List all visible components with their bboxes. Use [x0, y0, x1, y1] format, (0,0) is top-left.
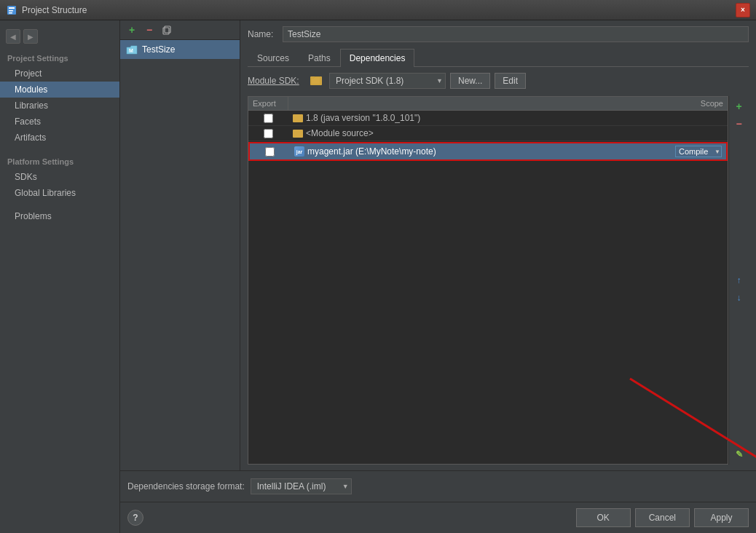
deps-row-myagent[interactable]: jar myagent.jar (E:\MyNote\my-note) Comp… — [250, 143, 726, 159]
sidebar-item-modules[interactable]: Modules — [0, 82, 119, 98]
help-button[interactable]: ? — [127, 510, 143, 526]
deps-row-myagent-highlight: jar myagent.jar (E:\MyNote\my-note) Comp… — [248, 142, 728, 161]
sdk-folder-icon — [310, 76, 322, 85]
deps-checkbox-jdk[interactable] — [264, 114, 273, 123]
deps-scope-myagent: Compile Test Provided Runtime — [661, 146, 726, 157]
main-container: ◀ ▶ Project Settings Project Modules Lib… — [0, 20, 756, 533]
name-label: Name: — [248, 29, 277, 39]
close-button[interactable]: × — [736, 3, 750, 17]
name-row: Name: — [248, 26, 749, 42]
module-folder-icon: M — [126, 44, 138, 55]
sdk-label: Module SDK: — [248, 76, 306, 86]
sidebar-item-sdks[interactable]: SDKs — [0, 169, 119, 185]
nav-back-button[interactable]: ◀ — [6, 29, 20, 44]
bottom-section: Dependencies storage format: IntelliJ ID… — [120, 470, 756, 502]
add-module-button[interactable]: + — [125, 23, 139, 36]
module-list-panel: + − M T — [120, 20, 240, 470]
deps-table-body: 1.8 (java version "1.8.0_101") — [248, 110, 728, 465]
svg-rect-1 — [9, 7, 15, 9]
ok-button[interactable]: OK — [576, 508, 631, 527]
svg-rect-5 — [165, 26, 170, 33]
edit-dep-button[interactable]: ✎ — [732, 447, 747, 462]
copy-module-button[interactable] — [160, 23, 174, 36]
sdk-select[interactable]: Project SDK (1.8) — [329, 73, 446, 89]
deps-area: Export Scope — [248, 96, 749, 465]
module-source-folder-icon — [293, 130, 303, 138]
jar-icon: jar — [294, 146, 304, 157]
move-dep-down-button[interactable]: ↓ — [732, 291, 747, 305]
sdk-select-wrap: Project SDK (1.8) — [329, 73, 446, 89]
tab-paths[interactable]: Paths — [299, 49, 340, 67]
deps-checkbox-module-source[interactable] — [264, 129, 273, 138]
sidebar-item-global-libraries[interactable]: Global Libraries — [0, 185, 119, 201]
move-dep-up-button[interactable]: ↑ — [732, 273, 747, 288]
format-select-wrap: IntelliJ IDEA (.iml) Eclipse (.classpath… — [251, 478, 352, 494]
deps-row-jdk[interactable]: 1.8 (java version "1.8.0_101") — [248, 111, 728, 126]
platform-settings-label: Platform Settings — [0, 153, 119, 169]
myagent-name: myagent.jar (E:\MyNote\my-note) — [307, 146, 436, 157]
app-icon — [6, 4, 17, 16]
deps-name-header — [288, 97, 662, 110]
deps-check-jdk[interactable] — [248, 114, 288, 123]
sdk-new-button[interactable]: New... — [450, 73, 490, 89]
footer: ? OK Cancel Apply — [120, 502, 756, 533]
tab-sources[interactable]: Sources — [248, 49, 299, 67]
window-title: Project Structure — [22, 5, 736, 15]
name-input[interactable] — [283, 26, 749, 42]
deps-name-myagent: jar myagent.jar (E:\MyNote\my-note) — [290, 146, 661, 157]
deps-table-header: Export Scope — [248, 96, 728, 110]
project-settings-label: Project Settings — [0, 50, 119, 66]
deps-check-module-source[interactable] — [248, 129, 288, 138]
svg-rect-2 — [9, 10, 13, 12]
deps-scope-header: Scope — [662, 97, 728, 110]
scope-select[interactable]: Compile Test Provided Runtime — [675, 146, 722, 157]
module-list-toolbar: + − — [120, 20, 240, 40]
tab-dependencies[interactable]: Dependencies — [340, 49, 415, 67]
deps-table-container: Export Scope — [248, 96, 728, 465]
svg-text:M: M — [129, 48, 133, 53]
sidebar-item-libraries[interactable]: Libraries — [0, 98, 119, 114]
svg-rect-4 — [163, 28, 169, 34]
deps-export-header: Export — [248, 97, 288, 110]
deps-name-module-source: <Module source> — [288, 128, 662, 138]
apply-button[interactable]: Apply — [694, 508, 749, 527]
sdk-row: Module SDK: Project SDK (1.8) New... — [248, 73, 749, 89]
sidebar-item-problems[interactable]: Problems — [0, 208, 119, 224]
svg-rect-3 — [9, 12, 12, 14]
jdk-name: 1.8 (java version "1.8.0_101") — [306, 113, 420, 123]
module-details-wrap: Name: Sources Paths Dependencies Module … — [240, 20, 756, 470]
module-list-item[interactable]: M TestSize — [120, 40, 240, 59]
nav-forward-button[interactable]: ▶ — [23, 29, 38, 44]
sdk-edit-button[interactable]: Edit — [495, 73, 526, 89]
add-dep-button[interactable]: + — [732, 99, 747, 114]
remove-dep-button[interactable]: − — [732, 117, 747, 131]
module-source-name: <Module source> — [306, 128, 374, 138]
cancel-button[interactable]: Cancel — [635, 508, 690, 527]
jdk-folder-icon — [293, 114, 303, 122]
scope-select-wrap: Compile Test Provided Runtime — [675, 146, 722, 157]
format-label: Dependencies storage format: — [127, 481, 245, 491]
nav-arrows: ◀ ▶ — [0, 26, 119, 50]
sidebar-item-artifacts[interactable]: Artifacts — [0, 130, 119, 146]
right-toolbar: + − ↑ ↓ ✎ — [728, 96, 749, 465]
module-details: Name: Sources Paths Dependencies Module … — [240, 20, 756, 470]
deps-check-myagent[interactable] — [250, 147, 290, 157]
sidebar-item-project[interactable]: Project — [0, 66, 119, 82]
sidebar-item-facets[interactable]: Facets — [0, 114, 119, 130]
content-area: + − M T — [120, 20, 756, 533]
sidebar: ◀ ▶ Project Settings Project Modules Lib… — [0, 20, 120, 533]
remove-module-button[interactable]: − — [142, 23, 157, 36]
format-select[interactable]: IntelliJ IDEA (.iml) Eclipse (.classpath… — [251, 478, 352, 494]
deps-name-jdk: 1.8 (java version "1.8.0_101") — [288, 113, 662, 123]
deps-checkbox-myagent[interactable] — [265, 147, 275, 157]
deps-row-module-source[interactable]: <Module source> — [248, 126, 728, 141]
tabs-row: Sources Paths Dependencies — [248, 48, 749, 67]
module-section: + − M T — [120, 20, 756, 470]
module-name: TestSize — [142, 44, 175, 55]
title-bar: Project Structure × — [0, 0, 756, 20]
